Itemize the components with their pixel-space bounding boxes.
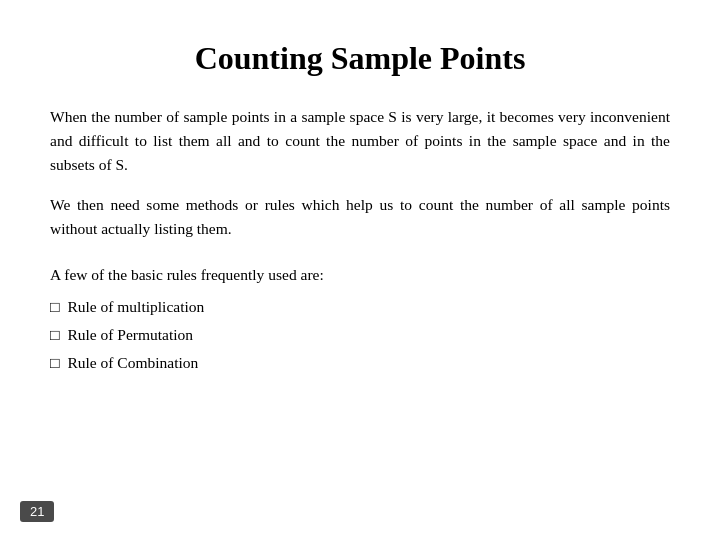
rule-label-1: Rule of multiplication [67, 295, 204, 319]
slide-content: When the number of sample points in a sa… [50, 105, 670, 375]
paragraph-1: When the number of sample points in a sa… [50, 105, 670, 177]
rules-intro: A few of the basic rules frequently used… [50, 263, 670, 287]
page-number: 21 [20, 501, 54, 522]
rule-bullet-3: □ [50, 351, 59, 375]
rule-label-3: Rule of Combination [67, 351, 198, 375]
rule-item-combination: □ Rule of Combination [50, 351, 670, 375]
rule-item-multiplication: □ Rule of multiplication [50, 295, 670, 319]
rule-bullet-2: □ [50, 323, 59, 347]
slide: Counting Sample Points When the number o… [0, 0, 720, 540]
paragraph-2: We then need some methods or rules which… [50, 193, 670, 241]
rule-bullet-1: □ [50, 295, 59, 319]
slide-title: Counting Sample Points [50, 40, 670, 77]
rule-label-2: Rule of Permutation [67, 323, 193, 347]
rule-item-permutation: □ Rule of Permutation [50, 323, 670, 347]
